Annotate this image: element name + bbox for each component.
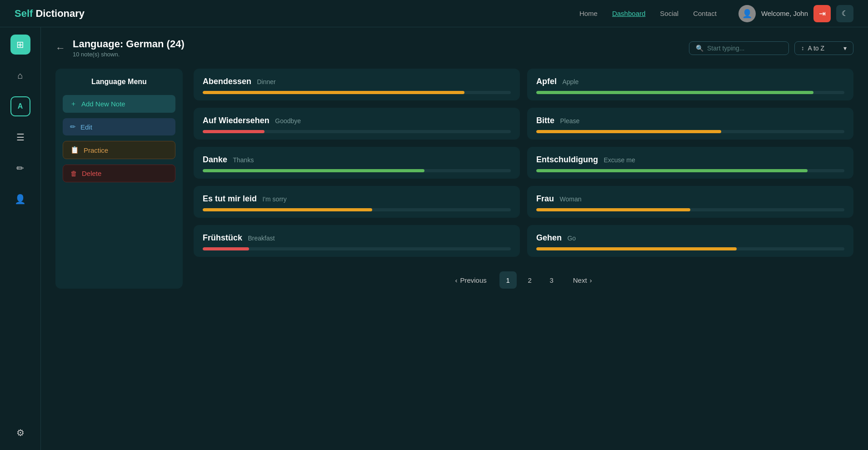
pencil-icon: ✏ xyxy=(70,123,76,131)
practice-button[interactable]: 📋 Practice xyxy=(63,141,175,159)
sidebar-item-translate[interactable]: A xyxy=(10,96,30,116)
language-menu-title: Language Menu xyxy=(63,78,175,86)
main-content: ← Language: German (24) 10 note(s) shown… xyxy=(41,27,868,450)
progress-bar xyxy=(203,247,249,250)
progress-bar-wrap xyxy=(536,208,844,211)
page-subtitle: 10 note(s) shown. xyxy=(73,51,185,58)
delete-label: Delete xyxy=(82,170,101,177)
nav-dashboard[interactable]: Dashboard xyxy=(612,10,645,17)
note-word-line: Auf Wiedersehen Goodbye xyxy=(203,116,511,125)
sidebar-item-grid[interactable]: ⊞ xyxy=(10,35,30,55)
sidebar-item-notes[interactable]: ☰ xyxy=(10,127,30,147)
note-translation: Please xyxy=(560,117,579,125)
avatar: 👤 xyxy=(738,5,756,22)
edit-button[interactable]: ✏ Edit xyxy=(63,118,175,135)
previous-label: Previous xyxy=(460,276,486,284)
note-card[interactable]: Bitte Please xyxy=(527,108,853,140)
search-box: 🔍 xyxy=(689,41,789,55)
page-title-area: Language: German (24) 10 note(s) shown. xyxy=(73,38,185,58)
note-translation: Breakfast xyxy=(248,235,274,242)
note-card[interactable]: Auf Wiedersehen Goodbye xyxy=(194,108,520,140)
note-card[interactable]: Entschuldigung Excuse me xyxy=(527,147,853,179)
note-translation: Dinner xyxy=(257,78,276,85)
nav-social[interactable]: Social xyxy=(660,10,678,17)
welcome-text: Welcome, John xyxy=(761,10,808,17)
pagination: ‹ Previous 1 2 3 Next › xyxy=(194,271,853,289)
note-card[interactable]: Frau Woman xyxy=(527,186,853,218)
chevron-right-icon: › xyxy=(590,276,592,284)
note-word-line: Frau Woman xyxy=(536,194,844,204)
progress-bar-wrap xyxy=(536,247,844,250)
page-2-button[interactable]: 2 xyxy=(521,271,539,289)
language-menu: Language Menu ＋ Add New Note ✏ Edit 📋 Pr… xyxy=(55,69,183,289)
progress-bar-wrap xyxy=(203,130,511,133)
sort-icon: ↕ xyxy=(801,45,804,51)
logo-dictionary: Dictionary xyxy=(35,8,85,19)
note-word: Gehen xyxy=(536,233,562,242)
back-button[interactable]: ← xyxy=(55,42,65,54)
sidebar-item-home[interactable]: ⌂ xyxy=(10,65,30,85)
add-new-note-button[interactable]: ＋ Add New Note xyxy=(63,95,175,113)
theme-toggle-button[interactable]: ☾ xyxy=(836,5,853,22)
next-button[interactable]: Next › xyxy=(565,273,600,288)
note-word: Bitte xyxy=(536,116,554,125)
previous-button[interactable]: ‹ Previous xyxy=(447,273,494,288)
note-translation: Excuse me xyxy=(604,156,635,164)
note-card[interactable]: Apfel Apple xyxy=(527,69,853,100)
sidebar-item-profile[interactable]: 👤 xyxy=(10,189,30,209)
next-label: Next xyxy=(573,276,587,284)
note-translation: Goodbye xyxy=(275,117,301,125)
progress-bar xyxy=(203,208,372,211)
chevron-left-icon: ‹ xyxy=(455,276,457,284)
edit-label: Edit xyxy=(80,123,92,131)
note-word-line: Es tut mir leid I'm sorry xyxy=(203,194,511,204)
page-3-button[interactable]: 3 xyxy=(543,271,560,289)
logo: Self Dictionary xyxy=(15,8,85,20)
note-card[interactable]: Frühstück Breakfast xyxy=(194,225,520,257)
note-word-line: Apfel Apple xyxy=(536,77,844,86)
note-word: Frau xyxy=(536,194,554,203)
sidebar-item-settings[interactable]: ⚙ xyxy=(10,423,30,443)
progress-bar xyxy=(536,91,813,94)
sort-label: A to Z xyxy=(808,45,825,52)
notes-grid: Abendessen Dinner Apfel Apple Auf Wieder… xyxy=(194,69,853,257)
note-card[interactable]: Danke Thanks xyxy=(194,147,520,179)
page-title: Language: German (24) xyxy=(73,38,185,50)
note-card[interactable]: Abendessen Dinner xyxy=(194,69,520,100)
nav-home[interactable]: Home xyxy=(579,10,598,17)
nav-links: Home Dashboard Social Contact xyxy=(579,10,717,17)
add-note-label: Add New Note xyxy=(81,100,125,108)
search-input[interactable] xyxy=(707,45,782,52)
note-word: Danke xyxy=(203,155,227,164)
trash-icon: 🗑 xyxy=(70,170,77,177)
progress-bar-wrap xyxy=(536,91,844,94)
note-translation: Thanks xyxy=(233,156,254,164)
note-word-line: Abendessen Dinner xyxy=(203,77,511,86)
user-area: 👤 Welcome, John ⇥ ☾ xyxy=(738,5,853,22)
note-card[interactable]: Gehen Go xyxy=(527,225,853,257)
main-layout: ⊞ ⌂ A ☰ ✏ 👤 ⚙ ← Language: German (24) 10… xyxy=(0,27,868,450)
nav-contact[interactable]: Contact xyxy=(693,10,717,17)
note-word: Apfel xyxy=(536,77,557,86)
chevron-down-icon: ▾ xyxy=(843,45,847,52)
note-card[interactable]: Es tut mir leid I'm sorry xyxy=(194,186,520,218)
note-word: Abendessen xyxy=(203,77,251,86)
progress-bar-wrap xyxy=(536,169,844,172)
progress-bar xyxy=(536,169,808,172)
progress-bar-wrap xyxy=(536,130,844,133)
sort-dropdown[interactable]: ↕ A to Z ▾ xyxy=(794,41,853,55)
progress-bar xyxy=(203,169,424,172)
note-word-line: Bitte Please xyxy=(536,116,844,125)
progress-bar-wrap xyxy=(203,91,511,94)
note-translation: Apple xyxy=(562,78,579,85)
page-1-button[interactable]: 1 xyxy=(499,271,517,289)
note-word-line: Frühstück Breakfast xyxy=(203,233,511,243)
sidebar-item-edit[interactable]: ✏ xyxy=(10,158,30,178)
topnav: Self Dictionary Home Dashboard Social Co… xyxy=(0,0,868,27)
note-word: Es tut mir leid xyxy=(203,194,257,203)
note-translation: I'm sorry xyxy=(262,195,286,203)
practice-label: Practice xyxy=(84,146,108,154)
delete-button[interactable]: 🗑 Delete xyxy=(63,165,175,182)
logout-button[interactable]: ⇥ xyxy=(813,5,831,22)
progress-bar-wrap xyxy=(203,247,511,250)
